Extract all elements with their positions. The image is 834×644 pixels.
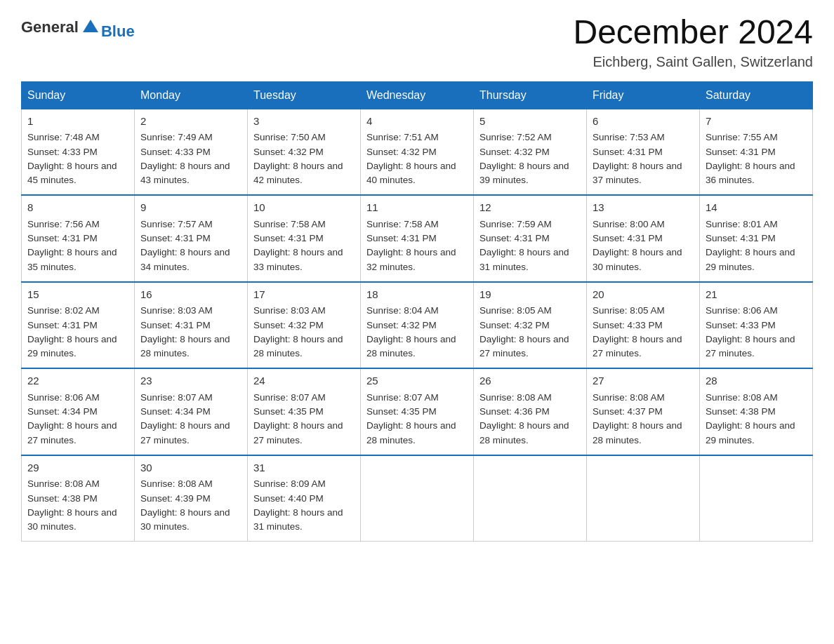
day-number: 16 [140, 287, 241, 303]
calendar-cell: 7Sunrise: 7:55 AMSunset: 4:31 PMDaylight… [700, 109, 813, 195]
calendar-header-tuesday: Tuesday [248, 81, 361, 109]
day-number: 22 [27, 373, 128, 389]
calendar-week-row: 15Sunrise: 8:02 AMSunset: 4:31 PMDayligh… [22, 282, 813, 369]
day-number: 14 [706, 200, 807, 216]
calendar-cell: 2Sunrise: 7:49 AMSunset: 4:33 PMDaylight… [135, 109, 248, 195]
calendar-cell: 15Sunrise: 8:02 AMSunset: 4:31 PMDayligh… [22, 282, 135, 369]
calendar-cell [361, 455, 474, 542]
calendar-week-row: 1Sunrise: 7:48 AMSunset: 4:33 PMDaylight… [22, 109, 813, 195]
calendar-cell: 11Sunrise: 7:58 AMSunset: 4:31 PMDayligh… [361, 195, 474, 282]
day-number: 25 [366, 373, 468, 389]
day-number: 21 [706, 287, 807, 303]
calendar-cell: 24Sunrise: 8:07 AMSunset: 4:35 PMDayligh… [248, 368, 361, 455]
calendar-cell: 4Sunrise: 7:51 AMSunset: 4:32 PMDaylight… [361, 109, 474, 195]
day-number: 31 [253, 460, 355, 476]
calendar-week-row: 22Sunrise: 8:06 AMSunset: 4:34 PMDayligh… [22, 368, 813, 455]
calendar-cell: 19Sunrise: 8:05 AMSunset: 4:32 PMDayligh… [474, 282, 587, 369]
calendar-header-wednesday: Wednesday [361, 81, 474, 109]
calendar-cell: 12Sunrise: 7:59 AMSunset: 4:31 PMDayligh… [474, 195, 587, 282]
calendar-cell: 8Sunrise: 7:56 AMSunset: 4:31 PMDaylight… [22, 195, 135, 282]
day-number: 29 [27, 460, 128, 476]
day-number: 13 [593, 200, 694, 216]
day-number: 7 [706, 114, 807, 130]
location: Eichberg, Saint Gallen, Switzerland [573, 54, 813, 70]
calendar-cell: 5Sunrise: 7:52 AMSunset: 4:32 PMDaylight… [474, 109, 587, 195]
logo-text-blue: Blue [101, 22, 135, 41]
calendar-cell: 13Sunrise: 8:00 AMSunset: 4:31 PMDayligh… [587, 195, 700, 282]
day-number: 23 [140, 373, 241, 389]
calendar-cell: 30Sunrise: 8:08 AMSunset: 4:39 PMDayligh… [135, 455, 248, 542]
logo-text-general: General [21, 18, 79, 36]
calendar-header-friday: Friday [587, 81, 700, 109]
calendar-cell: 28Sunrise: 8:08 AMSunset: 4:38 PMDayligh… [700, 368, 813, 455]
calendar-cell: 3Sunrise: 7:50 AMSunset: 4:32 PMDaylight… [248, 109, 361, 195]
calendar-cell: 22Sunrise: 8:06 AMSunset: 4:34 PMDayligh… [22, 368, 135, 455]
calendar-header-saturday: Saturday [700, 81, 813, 109]
day-number: 10 [253, 200, 355, 216]
svg-marker-0 [83, 20, 98, 32]
calendar-cell [587, 455, 700, 542]
calendar-cell: 18Sunrise: 8:04 AMSunset: 4:32 PMDayligh… [361, 282, 474, 369]
day-number: 27 [593, 373, 694, 389]
day-number: 26 [479, 373, 581, 389]
calendar-cell: 6Sunrise: 7:53 AMSunset: 4:31 PMDaylight… [587, 109, 700, 195]
day-number: 5 [479, 114, 581, 130]
day-number: 28 [706, 373, 807, 389]
calendar-cell: 16Sunrise: 8:03 AMSunset: 4:31 PMDayligh… [135, 282, 248, 369]
day-number: 19 [479, 287, 581, 303]
day-number: 17 [253, 287, 355, 303]
day-number: 4 [366, 114, 468, 130]
day-number: 3 [253, 114, 355, 130]
calendar-cell [700, 455, 813, 542]
day-number: 1 [27, 114, 128, 130]
day-number: 6 [593, 114, 694, 130]
calendar: SundayMondayTuesdayWednesdayThursdayFrid… [21, 81, 813, 542]
day-number: 2 [140, 114, 241, 130]
day-number: 12 [479, 200, 581, 216]
calendar-cell: 31Sunrise: 8:09 AMSunset: 4:40 PMDayligh… [248, 455, 361, 542]
calendar-cell: 26Sunrise: 8:08 AMSunset: 4:36 PMDayligh… [474, 368, 587, 455]
calendar-cell: 9Sunrise: 7:57 AMSunset: 4:31 PMDaylight… [135, 195, 248, 282]
logo-icon [80, 17, 101, 38]
day-number: 11 [366, 200, 468, 216]
calendar-header-monday: Monday [135, 81, 248, 109]
calendar-header-sunday: Sunday [22, 81, 135, 109]
calendar-week-row: 29Sunrise: 8:08 AMSunset: 4:38 PMDayligh… [22, 455, 813, 542]
day-number: 9 [140, 200, 241, 216]
title-area: December 2024 Eichberg, Saint Gallen, Sw… [573, 14, 813, 70]
calendar-cell: 21Sunrise: 8:06 AMSunset: 4:33 PMDayligh… [700, 282, 813, 369]
calendar-cell: 14Sunrise: 8:01 AMSunset: 4:31 PMDayligh… [700, 195, 813, 282]
calendar-cell: 20Sunrise: 8:05 AMSunset: 4:33 PMDayligh… [587, 282, 700, 369]
calendar-cell: 27Sunrise: 8:08 AMSunset: 4:37 PMDayligh… [587, 368, 700, 455]
month-title: December 2024 [573, 14, 813, 51]
calendar-cell: 29Sunrise: 8:08 AMSunset: 4:38 PMDayligh… [22, 455, 135, 542]
logo: General Blue [21, 14, 135, 41]
day-number: 24 [253, 373, 355, 389]
calendar-header-thursday: Thursday [474, 81, 587, 109]
calendar-header-row: SundayMondayTuesdayWednesdayThursdayFrid… [22, 81, 813, 109]
calendar-cell: 25Sunrise: 8:07 AMSunset: 4:35 PMDayligh… [361, 368, 474, 455]
day-number: 30 [140, 460, 241, 476]
calendar-cell [474, 455, 587, 542]
day-number: 15 [27, 287, 128, 303]
page-header: General Blue December 2024 Eichberg, Sai… [21, 14, 813, 70]
calendar-cell: 10Sunrise: 7:58 AMSunset: 4:31 PMDayligh… [248, 195, 361, 282]
day-number: 8 [27, 200, 128, 216]
calendar-cell: 17Sunrise: 8:03 AMSunset: 4:32 PMDayligh… [248, 282, 361, 369]
calendar-cell: 23Sunrise: 8:07 AMSunset: 4:34 PMDayligh… [135, 368, 248, 455]
calendar-cell: 1Sunrise: 7:48 AMSunset: 4:33 PMDaylight… [22, 109, 135, 195]
day-number: 20 [593, 287, 694, 303]
day-number: 18 [366, 287, 468, 303]
calendar-week-row: 8Sunrise: 7:56 AMSunset: 4:31 PMDaylight… [22, 195, 813, 282]
